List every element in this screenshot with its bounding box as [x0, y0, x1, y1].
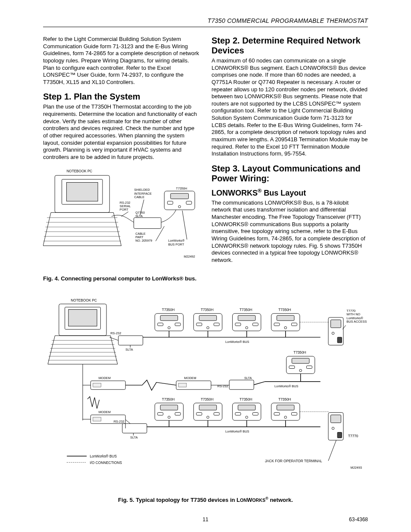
page-footer: 11 63-4368 [0, 516, 411, 523]
svg-text:T7770WITH NOLonWorks®BUS ACCES: T7770WITH NOLonWorks®BUS ACCESS [346, 309, 367, 324]
step1-body: Plan the use of the T7350H Thermostat ac… [43, 103, 199, 161]
figure-4: NOTEBOOK PC [43, 165, 199, 273]
svg-text:MODEM: MODEM [99, 411, 111, 414]
fig4-notebook-label: NOTEBOOK PC [66, 169, 92, 173]
svg-text:CABLEPARTNO. 205979: CABLEPARTNO. 205979 [135, 232, 152, 243]
svg-text:T7350H: T7350H [162, 308, 174, 312]
svg-line-62 [109, 337, 118, 340]
svg-text:LonWorks® BUS: LonWorks® BUS [225, 429, 249, 433]
svg-text:T7770: T7770 [348, 434, 358, 438]
svg-text:M22493: M22493 [351, 466, 362, 470]
svg-text:T7350H: T7350H [240, 308, 252, 312]
svg-point-14 [178, 205, 181, 208]
step2-body: A maximum of 60 nodes can communicate on… [212, 57, 368, 158]
svg-text:SLTA: SLTA [125, 348, 133, 352]
left-column: Refer to the Light Commercial Building S… [43, 36, 199, 287]
svg-text:I/O CONNECTIONS: I/O CONNECTIONS [90, 461, 122, 465]
svg-rect-11 [171, 193, 189, 199]
svg-line-101 [328, 440, 336, 461]
svg-text:SHIELDEDINTERFACECABLE: SHIELDEDINTERFACECABLE [134, 188, 152, 199]
svg-rect-12 [168, 201, 173, 204]
running-header: T7350 COMMERCIAL PROGRAMMABLE THERMOSTAT [43, 17, 368, 27]
svg-text:LonWorks® BUS: LonWorks® BUS [90, 455, 117, 459]
t7350h-icon [164, 191, 195, 210]
svg-line-19 [121, 212, 128, 217]
svg-text:T7350H: T7350H [201, 308, 213, 312]
svg-text:Q7760SLTA: Q7760SLTA [135, 211, 145, 218]
svg-text:T7350H: T7350H [176, 187, 187, 190]
svg-text:MODEM: MODEM [184, 376, 196, 380]
step3-subheading: LONWORKS® Bus Layout [212, 188, 368, 198]
svg-text:T7350H: T7350H [162, 398, 174, 401]
svg-line-74 [254, 382, 265, 385]
figure-5: NOTEBOOK PC T7350H T7350H T7350H T [43, 289, 368, 503]
svg-text:JACK FOR OPERATOR TERMINAL: JACK FOR OPERATOR TERMINAL [265, 460, 322, 464]
svg-text:RS-232: RS-232 [218, 384, 228, 388]
intro-paragraph: Refer to the Light Commercial Building S… [43, 36, 199, 86]
svg-text:RS-232SERIALPORT: RS-232SERIALPORT [120, 201, 131, 212]
svg-rect-41 [68, 310, 97, 327]
step2-heading: Step 2. Determine Required Network Devic… [212, 36, 368, 56]
svg-text:T7350H: T7350H [240, 398, 252, 401]
svg-rect-13 [186, 201, 192, 204]
svg-text:T7350H: T7350H [278, 398, 291, 401]
svg-text:LonWorks® BUS: LonWorks® BUS [274, 384, 299, 388]
svg-text:SLTA: SLTA [244, 376, 252, 380]
svg-text:T7350H: T7350H [201, 398, 213, 401]
svg-line-24 [182, 211, 187, 240]
notebook-pc-icon [43, 176, 121, 246]
svg-rect-9 [134, 218, 162, 229]
svg-line-92 [125, 420, 130, 423]
svg-text:SLTA: SLTA [130, 436, 137, 440]
step1-heading: Step 1. Plan the System [43, 92, 199, 102]
step3-body: The communications LONWORKS® Bus, is a 7… [212, 199, 368, 264]
svg-text:LonWorks® BUS: LonWorks® BUS [225, 340, 249, 344]
svg-rect-2 [66, 183, 98, 202]
right-column: Step 2. Determine Required Network Devic… [212, 36, 368, 287]
svg-text:LonWorks®BUS PORT: LonWorks®BUS PORT [168, 239, 185, 246]
svg-text:T7350H: T7350H [278, 308, 291, 312]
svg-text:T7350H: T7350H [293, 351, 306, 355]
svg-text:RS-232: RS-232 [114, 420, 125, 424]
notebook-pc-icon [48, 304, 118, 364]
step3-heading: Step 3. Layout Communications and Power … [212, 164, 368, 184]
svg-text:NOTEBOOK PC: NOTEBOOK PC [71, 299, 97, 302]
svg-text:M22492: M22492 [184, 255, 195, 258]
figure-4-caption: Fig. 4. Connecting personal computer to … [43, 275, 199, 282]
svg-text:MODEM: MODEM [99, 376, 111, 380]
svg-text:RS-232: RS-232 [110, 331, 121, 335]
figure-5-caption: Fig. 5. Typical topology for T7350 devic… [43, 496, 368, 503]
page-number: 11 [0, 516, 411, 523]
